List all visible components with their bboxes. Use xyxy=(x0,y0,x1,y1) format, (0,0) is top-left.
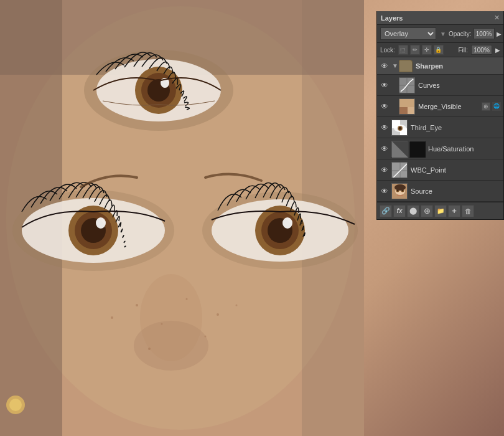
thumb-merge xyxy=(399,98,415,115)
photo-background xyxy=(0,0,364,436)
thumb-huesat-2 xyxy=(409,141,425,157)
layer-name-wbc: WBC_Point xyxy=(411,166,501,174)
svg-point-65 xyxy=(394,184,406,191)
svg-point-27 xyxy=(217,313,219,316)
extra-icon-merge: 🌐 xyxy=(492,102,501,111)
layer-fx-btn[interactable]: fx xyxy=(393,205,406,217)
svg-rect-42 xyxy=(399,107,408,115)
svg-point-29 xyxy=(236,305,238,306)
layers-panel: Layers ✕ NormalDissolveDarkenMultiplyCol… xyxy=(376,11,504,220)
panel-title: Layers xyxy=(381,14,403,22)
svg-point-28 xyxy=(161,323,163,325)
blend-opacity-row: NormalDissolveDarkenMultiplyColor BurnLi… xyxy=(377,25,503,43)
svg-rect-43 xyxy=(408,107,415,115)
eye-sharpen[interactable]: 👁 xyxy=(380,61,390,71)
svg-rect-41 xyxy=(399,99,415,107)
eye-third-eye[interactable]: 👁 xyxy=(380,123,390,133)
layer-row-third-eye[interactable]: 👁 Third_Eye xyxy=(377,117,503,138)
eye-wbc[interactable]: 👁 xyxy=(380,165,390,175)
layer-group-sharpen[interactable]: 👁 ▼ Sharpen xyxy=(377,57,503,75)
blend-mode-select[interactable]: NormalDissolveDarkenMultiplyColor BurnLi… xyxy=(380,27,436,40)
group-layers-btn[interactable]: 📁 xyxy=(434,205,447,217)
layer-mask-btn[interactable]: ⬤ xyxy=(407,205,419,217)
layer-row-merge[interactable]: 👁 Merge_Visible ⊕ 🌐 xyxy=(377,96,503,117)
layer-name-sharpen: Sharpen xyxy=(416,62,501,70)
panel-header: Layers ✕ xyxy=(377,11,503,25)
fill-input[interactable] xyxy=(471,45,492,55)
layer-row-huesat[interactable]: 👁 Hue/Saturation xyxy=(377,138,503,159)
link-layers-btn[interactable]: 🔗 xyxy=(380,205,392,217)
svg-point-16 xyxy=(96,217,106,229)
svg-point-22 xyxy=(282,217,292,229)
eye-curves[interactable]: 👁 xyxy=(380,80,390,90)
panel-toolbar: 🔗 fx ⬤ ⊕ 📁 + 🗑 xyxy=(377,202,503,219)
adjustment-layer-btn[interactable]: ⊕ xyxy=(421,205,433,217)
thumb-huesat-1 xyxy=(391,141,408,157)
svg-point-31 xyxy=(205,336,207,338)
eye-merge[interactable]: 👁 xyxy=(380,102,390,111)
layer-row-wbc[interactable]: 👁 WBC_Point xyxy=(377,159,503,181)
opacity-input[interactable] xyxy=(474,28,495,39)
layer-name-merge: Merge_Visible xyxy=(418,103,480,110)
svg-point-32 xyxy=(148,348,151,350)
layer-name-source: Source xyxy=(411,187,501,195)
opacity-arrow[interactable]: ▶ xyxy=(497,31,502,37)
svg-point-25 xyxy=(136,304,138,306)
svg-rect-54 xyxy=(409,141,426,158)
window-controls: ✕ xyxy=(494,14,500,22)
new-layer-btn[interactable]: + xyxy=(448,205,460,217)
opacity-label: Opacity: xyxy=(449,31,472,37)
eye-huesat[interactable]: 👁 xyxy=(380,144,390,154)
fill-label: Fill: xyxy=(458,47,468,54)
svg-point-24 xyxy=(134,321,208,371)
layer-name-curves: Curves xyxy=(418,82,501,89)
lock-pixels-btn[interactable]: ✏ xyxy=(410,45,420,55)
layer-name-third-eye: Third_Eye xyxy=(411,124,501,131)
link-icon-merge[interactable]: ⊕ xyxy=(482,102,490,111)
lock-transparent-btn[interactable]: ⬚ xyxy=(398,45,408,55)
thumb-third-eye xyxy=(391,120,408,136)
lock-icons: ⬚ ✏ ✛ 🔒 xyxy=(398,45,444,55)
delete-layer-btn[interactable]: 🗑 xyxy=(462,205,474,217)
layer-name-huesat: Hue/Saturation xyxy=(428,145,501,153)
lock-fill-row: Lock: ⬚ ✏ ✛ 🔒 Fill: ▶ xyxy=(377,43,503,57)
thumb-wbc xyxy=(391,162,408,178)
layer-row-curves[interactable]: 👁 Curves xyxy=(377,75,503,96)
lock-all-btn[interactable]: 🔒 xyxy=(434,45,444,55)
lock-position-btn[interactable]: ✛ xyxy=(422,45,432,55)
svg-point-30 xyxy=(111,316,113,319)
collapse-sharpen[interactable]: ▼ xyxy=(391,62,399,70)
close-icon[interactable]: ✕ xyxy=(494,14,500,22)
layer-row-source[interactable]: 👁 Source xyxy=(377,181,503,202)
layers-list: 👁 ▼ Sharpen 👁 C xyxy=(377,57,503,202)
thumb-source xyxy=(391,183,408,199)
face-photo xyxy=(0,0,364,436)
fill-arrow[interactable]: ▶ xyxy=(495,47,500,54)
lock-label: Lock: xyxy=(380,47,395,54)
svg-point-34 xyxy=(9,399,22,411)
eye-source[interactable]: 👁 xyxy=(380,186,390,196)
svg-point-51 xyxy=(399,126,402,130)
folder-thumb-sharpen xyxy=(399,60,413,72)
thumb-curves xyxy=(399,77,415,93)
svg-point-26 xyxy=(186,298,188,300)
opacity-control: Opacity: ▶ xyxy=(449,28,502,39)
